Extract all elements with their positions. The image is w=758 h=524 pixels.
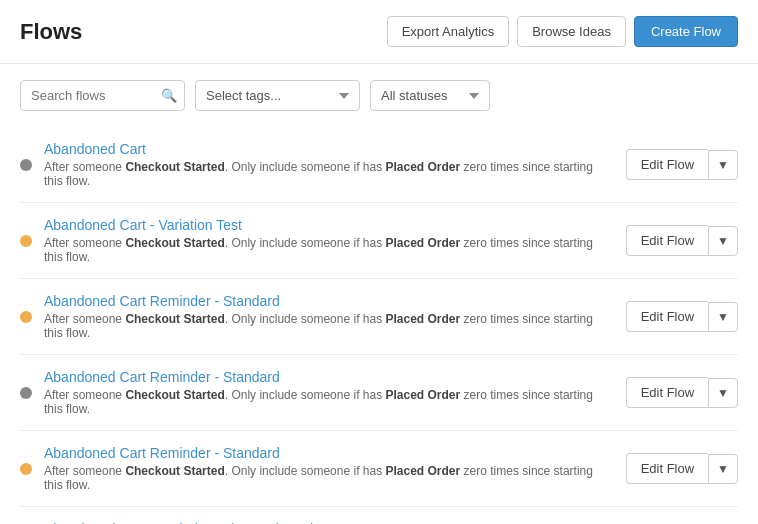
flow-dropdown-button[interactable]: ▼ <box>708 150 738 180</box>
filters-bar: 🔍 Select tags... All statusesLiveDraftAr… <box>0 64 758 127</box>
flow-status-dot <box>20 463 32 475</box>
edit-flow-button[interactable]: Edit Flow <box>626 225 708 256</box>
flow-info: Abandoned Cart Reminder - StandardAfter … <box>44 293 614 340</box>
edit-flow-button[interactable]: Edit Flow <box>626 149 708 180</box>
header-actions: Export Analytics Browse Ideas Create Flo… <box>387 16 738 47</box>
flow-description: After someone Checkout Started. Only inc… <box>44 312 614 340</box>
flow-status-dot <box>20 235 32 247</box>
flow-row: Abandoned Cart - Variation TestAfter som… <box>20 203 738 279</box>
flow-dropdown-button[interactable]: ▼ <box>708 378 738 408</box>
export-analytics-button[interactable]: Export Analytics <box>387 16 510 47</box>
page-header: Flows Export Analytics Browse Ideas Crea… <box>0 0 758 64</box>
search-icon: 🔍 <box>161 88 177 103</box>
flow-description: After someone Checkout Started. Only inc… <box>44 236 614 264</box>
flow-row: Abandoned Cart Reminder - StandardAfter … <box>20 355 738 431</box>
flow-name[interactable]: Abandoned Cart Reminder - Standard <box>44 445 614 461</box>
flow-name[interactable]: Abandoned Cart Reminder - Standard <box>44 293 614 309</box>
flow-row: Abandoned Cart Reminder - The Book Excha… <box>20 507 738 524</box>
search-wrapper: 🔍 <box>20 80 185 111</box>
flow-name[interactable]: Abandoned Cart - Variation Test <box>44 217 614 233</box>
flow-actions: Edit Flow▼ <box>626 453 738 484</box>
flow-row: Abandoned Cart Reminder - StandardAfter … <box>20 279 738 355</box>
flow-dropdown-button[interactable]: ▼ <box>708 454 738 484</box>
create-flow-button[interactable]: Create Flow <box>634 16 738 47</box>
flow-description: After someone Checkout Started. Only inc… <box>44 464 614 492</box>
flow-actions: Edit Flow▼ <box>626 377 738 408</box>
flow-info: Abandoned Cart - Variation TestAfter som… <box>44 217 614 264</box>
flow-dropdown-button[interactable]: ▼ <box>708 226 738 256</box>
flow-status-dot <box>20 311 32 323</box>
flow-name[interactable]: Abandoned Cart Reminder - Standard <box>44 369 614 385</box>
flow-actions: Edit Flow▼ <box>626 225 738 256</box>
status-select[interactable]: All statusesLiveDraftArchived <box>370 80 490 111</box>
page-title: Flows <box>20 19 82 45</box>
flow-actions: Edit Flow▼ <box>626 301 738 332</box>
flow-row: Abandoned Cart Reminder - StandardAfter … <box>20 431 738 507</box>
flow-status-dot <box>20 159 32 171</box>
flow-status-dot <box>20 387 32 399</box>
flow-info: Abandoned Cart Reminder - StandardAfter … <box>44 369 614 416</box>
tags-select[interactable]: Select tags... <box>195 80 360 111</box>
flow-name[interactable]: Abandoned Cart <box>44 141 614 157</box>
flow-description: After someone Checkout Started. Only inc… <box>44 160 614 188</box>
browse-ideas-button[interactable]: Browse Ideas <box>517 16 626 47</box>
edit-flow-button[interactable]: Edit Flow <box>626 301 708 332</box>
edit-flow-button[interactable]: Edit Flow <box>626 377 708 408</box>
flow-actions: Edit Flow▼ <box>626 149 738 180</box>
flow-info: Abandoned CartAfter someone Checkout Sta… <box>44 141 614 188</box>
flow-row: Abandoned CartAfter someone Checkout Sta… <box>20 127 738 203</box>
flows-list: Abandoned CartAfter someone Checkout Sta… <box>0 127 758 524</box>
edit-flow-button[interactable]: Edit Flow <box>626 453 708 484</box>
flow-dropdown-button[interactable]: ▼ <box>708 302 738 332</box>
flow-description: After someone Checkout Started. Only inc… <box>44 388 614 416</box>
flow-info: Abandoned Cart Reminder - StandardAfter … <box>44 445 614 492</box>
